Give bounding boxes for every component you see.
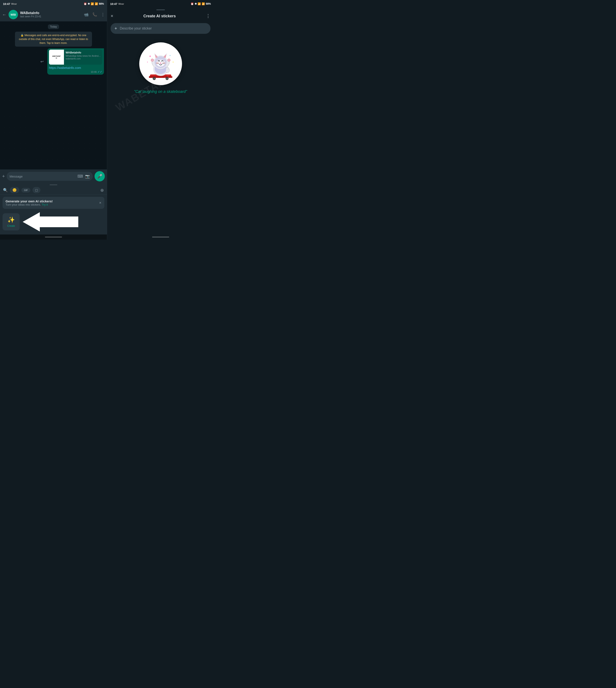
sparkle-search-icon: ✦ xyxy=(114,26,118,31)
ai-stickers-header: × Create AI stickers ⋮ xyxy=(107,11,214,21)
arrow-indicator xyxy=(23,212,78,232)
time-left: 10:47 xyxy=(3,2,10,5)
ai-title: Create AI stickers xyxy=(115,14,204,18)
banner-close-button[interactable]: × xyxy=(99,201,102,205)
banner-text-area: Generate your own AI stickers! Turn your… xyxy=(5,199,52,206)
header-icons: 📹 📞 ⋮ xyxy=(84,12,105,17)
bubble-time: 10:46 ✓✓ xyxy=(49,70,102,73)
chat-area: Today 🔒 Messages and calls are end-to-en… xyxy=(0,21,107,169)
signal-icon: 📶 xyxy=(95,2,98,5)
mic-icon: 🎤 xyxy=(97,174,103,179)
banner-title: Generate your own AI stickers! xyxy=(5,199,52,203)
svg-point-6 xyxy=(166,78,168,79)
system-message[interactable]: 🔒 Messages and calls are end-to-end encr… xyxy=(15,32,92,47)
back-button[interactable]: ← xyxy=(2,12,6,17)
preview-thumbnail: ABETAINFO xyxy=(49,50,64,65)
bt-icon: ✱ xyxy=(88,2,90,5)
emoji-icon: 😊 xyxy=(13,188,17,192)
gif-tab[interactable]: GIF xyxy=(21,188,30,193)
svg-point-22 xyxy=(160,63,161,64)
sticker-icon: ◻ xyxy=(35,188,38,192)
sticker-tabs: 🔍 😊 GIF ◻ ⊕ xyxy=(0,186,107,195)
chat-header: ← WBI WABetaInfo last seen Fri 23:41 📹 📞… xyxy=(0,8,107,21)
sticker-search-icon[interactable]: 🔍 xyxy=(3,188,8,193)
close-button[interactable]: × xyxy=(111,13,113,19)
wifi-icon: 📶 xyxy=(91,2,94,5)
more-icon[interactable]: ⋮ xyxy=(206,13,211,19)
signal-icon-r: 📶 xyxy=(202,2,205,5)
contact-status: last seen Fri 23:41 xyxy=(20,15,82,18)
sticker-panel: 🔍 😊 GIF ◻ ⊕ Generate your own AI sticker… xyxy=(0,183,107,234)
more-options-icon[interactable]: ⋮ xyxy=(101,12,105,17)
preview-url: wabetainfo.com xyxy=(66,58,101,60)
forward-icon[interactable]: ↩ xyxy=(40,59,44,64)
ai-sticker-banner: Generate your own AI stickers! Turn your… xyxy=(3,197,104,209)
link-preview: ABETAINFO WABetaInfo WhatsApp beta news … xyxy=(49,50,102,65)
svg-point-10 xyxy=(151,59,153,61)
battery-right: 98% xyxy=(206,2,211,5)
bt-icon-r: ✱ xyxy=(195,2,197,5)
sheet-handle-right xyxy=(156,9,165,10)
ai-search-bar[interactable]: ✦ Describe your sticker xyxy=(111,23,211,34)
cat-sticker-svg: ✦ ✦ ✦ ✦ xyxy=(142,46,179,82)
status-bar-left: 10:47 Wear ⏰ ✱ 📶 📶 98% xyxy=(0,0,107,8)
svg-point-12 xyxy=(168,59,170,61)
voice-call-icon[interactable]: 📞 xyxy=(92,12,97,17)
preview-title: WABetaInfo xyxy=(66,51,101,54)
battery-left: 98% xyxy=(99,2,104,5)
message-placeholder: Message xyxy=(9,175,75,178)
keyboard-icon[interactable]: ⌨ xyxy=(78,174,83,179)
attach-icon[interactable]: + xyxy=(2,173,5,179)
camera-icon[interactable]: 📷 xyxy=(85,174,90,179)
banner-subtitle: Turn your ideas into stickers. Try it xyxy=(5,203,52,206)
avatar: WBI xyxy=(8,10,18,19)
banner-try-link[interactable]: Try it xyxy=(42,203,48,206)
right-panel: WABETAINFO 10:47 Wear ⏰ ✱ 📶 📶 98% × Crea… xyxy=(107,0,214,240)
mic-button[interactable]: 🎤 xyxy=(94,171,105,181)
bottom-home-bar-left xyxy=(0,234,107,240)
date-badge: Today xyxy=(48,24,59,29)
alarm-icon: ⏰ xyxy=(84,2,87,5)
home-indicator-left xyxy=(45,237,62,237)
create-sticker-button[interactable]: ✨ Create xyxy=(3,213,20,230)
chat-link[interactable]: https://wabetainfo.com xyxy=(49,66,81,69)
preview-text: WABetaInfo WhatsApp beta news for Androi… xyxy=(64,50,102,65)
wear-right: Wear xyxy=(118,3,124,5)
emoji-tab[interactable]: 😊 xyxy=(10,187,19,193)
arrow-svg xyxy=(23,212,78,232)
svg-text:✦: ✦ xyxy=(147,61,148,63)
svg-marker-0 xyxy=(23,212,78,232)
sparkle-icon: ✨ xyxy=(7,216,15,223)
wifi-icon-r: 📶 xyxy=(198,2,201,5)
chat-bubble: ↩ ABETAINFO WABetaInfo WhatsApp beta new… xyxy=(47,48,104,75)
sticker-input-placeholder: Describe your sticker xyxy=(120,26,152,30)
svg-text:✦: ✦ xyxy=(172,61,174,63)
sheet-handle xyxy=(50,185,57,185)
wear-left: Wear xyxy=(11,3,17,5)
svg-point-5 xyxy=(153,78,155,79)
sticker-create-row: ✨ Create xyxy=(0,211,107,234)
sticker-tab[interactable]: ◻ xyxy=(32,187,40,193)
create-label: Create xyxy=(7,224,15,228)
add-tab-icon[interactable]: ⊕ xyxy=(100,188,104,193)
read-tick: ✓✓ xyxy=(97,70,102,73)
video-call-icon[interactable]: 📹 xyxy=(84,12,89,17)
svg-rect-2 xyxy=(149,76,172,78)
message-input-box[interactable]: Message ⌨ 📷 xyxy=(7,172,93,181)
bottom-home-bar-right xyxy=(107,234,214,240)
left-panel: WABETAINFO 10:47 Wear ⏰ ✱ 📶 📶 98% ← WBI … xyxy=(0,0,107,240)
home-indicator-right xyxy=(152,237,169,237)
svg-text:✦: ✦ xyxy=(169,54,171,57)
header-info: WABetaInfo last seen Fri 23:41 xyxy=(20,11,82,18)
ai-content-area: ✦ ✦ ✦ ✦ "Cat laughing on a skateboard" xyxy=(107,36,214,234)
sticker-preview-circle: ✦ ✦ ✦ ✦ xyxy=(139,42,182,85)
message-time: 10:46 xyxy=(91,71,97,73)
message-input-area: + Message ⌨ 📷 🎤 xyxy=(0,169,107,183)
sticker-caption: "Cat laughing on a skateboard" xyxy=(134,89,187,94)
contact-name: WABetaInfo xyxy=(20,11,82,15)
alarm-icon-r: ⏰ xyxy=(191,2,194,5)
gif-label: GIF xyxy=(24,189,28,191)
time-right: 10:47 xyxy=(110,2,117,5)
svg-text:✦: ✦ xyxy=(149,55,151,58)
preview-desc: WhatsApp beta news for Androi... xyxy=(66,55,101,57)
